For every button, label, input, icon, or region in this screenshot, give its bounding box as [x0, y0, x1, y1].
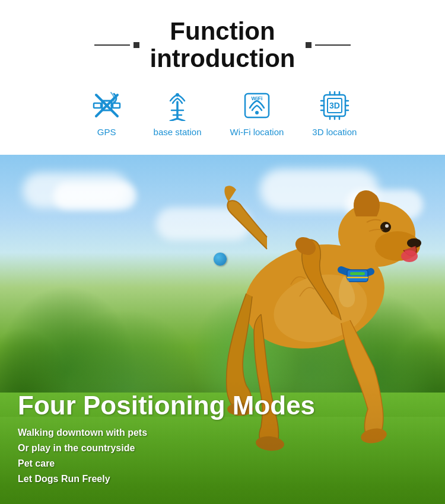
icons-row: GPS	[88, 89, 357, 137]
gps-label: GPS	[97, 127, 116, 137]
wifi-icon-box: WiFi	[239, 89, 275, 122]
photo-background: Four Positioning Modes Walking downtown …	[0, 155, 445, 504]
base-station-label: base station	[154, 127, 202, 137]
sub-line-2: Or play in the countryside	[18, 441, 427, 455]
svg-rect-3	[94, 103, 101, 108]
3d-icon-box: 3D	[316, 89, 353, 122]
right-line	[315, 44, 351, 46]
hero-sub-lines: Walking downtown with pets Or play in th…	[18, 426, 427, 486]
main-title: Function introduction	[150, 18, 295, 72]
icon-item-wifi: WiFi Wi-Fi location	[230, 89, 284, 137]
photo-section: Four Positioning Modes Walking downtown …	[0, 155, 445, 504]
left-decorator	[94, 42, 139, 48]
wifi-icon: WiFi	[241, 90, 272, 121]
svg-point-10	[176, 93, 179, 97]
3d-location-icon: 3D	[319, 90, 350, 121]
gps-icon	[91, 90, 122, 121]
top-section: Function introduction	[0, 0, 445, 155]
hero-headline: Four Positioning Modes	[18, 391, 427, 420]
base-station-icon	[162, 90, 193, 121]
gps-icon-box	[88, 89, 125, 122]
sub-line-1: Walking downtown with pets	[18, 426, 427, 440]
left-square	[134, 42, 139, 48]
svg-line-7	[177, 119, 185, 121]
sub-line-3: Pet care	[18, 457, 427, 471]
svg-point-12	[255, 111, 259, 114]
right-square	[306, 42, 312, 48]
svg-rect-37	[347, 270, 368, 282]
title-row: Function introduction	[94, 18, 351, 72]
svg-point-36	[385, 224, 389, 228]
overlay-text: Four Positioning Modes Walking downtown …	[0, 379, 445, 504]
right-decorator	[306, 42, 351, 48]
svg-line-6	[170, 119, 177, 121]
svg-point-34	[401, 250, 418, 262]
left-line	[94, 44, 130, 46]
svg-text:WiFi: WiFi	[251, 95, 262, 101]
icon-item-gps: GPS	[88, 89, 125, 137]
icon-item-3d: 3D 3D location	[312, 89, 357, 137]
icon-item-base-station: base station	[154, 89, 202, 137]
page-wrapper: Function introduction	[0, 0, 445, 504]
base-station-icon-box	[159, 89, 196, 122]
svg-rect-38	[350, 272, 365, 275]
3d-label: 3D location	[312, 127, 357, 137]
svg-text:3D: 3D	[329, 101, 340, 110]
svg-point-33	[407, 238, 421, 248]
sub-line-4: Let Dogs Run Freely	[18, 472, 427, 486]
wifi-label: Wi-Fi location	[230, 127, 284, 137]
cloud-2	[53, 183, 136, 209]
